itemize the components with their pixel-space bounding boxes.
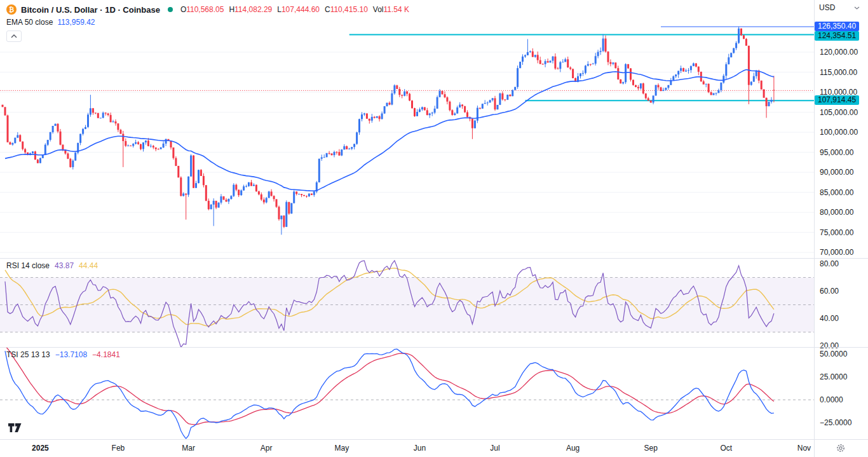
- rsi-tick-label: 40.00: [820, 314, 839, 323]
- low-value: 107,444.60: [281, 5, 320, 14]
- price-tick-label: 105,000.00: [820, 108, 858, 117]
- price-tick-label: 85,000.00: [820, 188, 853, 197]
- rsi-indicator-title[interactable]: RSI 14 close: [6, 261, 50, 270]
- price-tick-label: 70,000.00: [820, 248, 853, 257]
- rsi-legend: RSI 14 close 43.87 44.44: [6, 261, 98, 270]
- ohlc-values: O110,568.05 H114,082.29 L107,444.60 C110…: [180, 5, 409, 14]
- chevron-up-icon: [11, 34, 17, 38]
- pane-separator[interactable]: [0, 347, 868, 348]
- time-tick-label: Apr: [261, 439, 273, 457]
- rsi-ma-value: 44.44: [79, 261, 98, 270]
- rsi-tick-label: 60.00: [820, 287, 839, 296]
- currency-label: USD: [819, 3, 835, 12]
- high-value: 114,082.29: [234, 5, 272, 14]
- main-pane[interactable]: [0, 27, 814, 235]
- tsi-signal-line[interactable]: [5, 346, 774, 425]
- tsi-value: −13.7108: [55, 350, 87, 359]
- pane-separator[interactable]: [0, 258, 868, 259]
- price-tick-label: 90,000.00: [820, 168, 853, 177]
- price-scale[interactable]: USD 120,000.00115,000.00110,000.00105,00…: [814, 0, 868, 457]
- open-value: 110,568.05: [186, 5, 224, 14]
- price-tick-label: 115,000.00: [820, 68, 857, 77]
- time-tick-label: Oct: [720, 439, 732, 457]
- time-tick-label: Aug: [566, 439, 580, 457]
- tsi-tick-label: 0.0000: [820, 395, 843, 404]
- currency-selector[interactable]: USD: [819, 3, 860, 12]
- price-gridlines: [0, 52, 814, 252]
- tradingview-chart-app: ₿ Bitcoin / U.S. Dollar · 1D · Coinbase …: [0, 0, 868, 457]
- ema-indicator-title[interactable]: EMA 50 close: [6, 18, 53, 27]
- time-tick-label: 2025: [32, 439, 49, 457]
- rsi-tick-label: 80.00: [820, 259, 839, 268]
- price-tick-label: 75,000.00: [820, 228, 853, 237]
- tsi-signal-value: −4.1841: [92, 350, 120, 359]
- price-tick-label: 95,000.00: [820, 148, 853, 157]
- chart-canvas[interactable]: [0, 0, 868, 457]
- collapse-legend-button[interactable]: [6, 31, 22, 42]
- time-axis-separator: [0, 439, 868, 440]
- tsi-pane[interactable]: [0, 346, 814, 439]
- open-label: O: [180, 5, 186, 14]
- tsi-legend: TSI 25 13 13 −13.7108 −4.1841: [6, 350, 120, 359]
- close-label: C: [325, 5, 330, 14]
- rsi-pane[interactable]: [0, 261, 814, 348]
- tsi-indicator-title[interactable]: TSI 25 13 13: [6, 350, 50, 359]
- price-level-badge: 124,354.51: [815, 31, 859, 41]
- volume-label: Vol: [373, 5, 384, 14]
- price-tick-label: 120,000.00: [820, 48, 858, 57]
- low-label: L: [277, 5, 281, 14]
- candlestick-series[interactable]: [2, 27, 775, 235]
- ema-indicator-value: 113,959.42: [57, 18, 95, 27]
- time-tick-label: Jul: [490, 439, 499, 457]
- rsi-value: 43.87: [55, 261, 74, 270]
- settings-gear-icon[interactable]: [836, 444, 845, 455]
- time-tick-label: Jun: [414, 439, 426, 457]
- tsi-tick-label: 25.0000: [820, 372, 847, 381]
- time-tick-label: Sep: [644, 439, 658, 457]
- price-level-badge: 126,350.40: [815, 22, 859, 31]
- tsi-tick-label: −25.0000: [820, 418, 851, 427]
- chevron-down-icon: [854, 6, 860, 10]
- symbol-title[interactable]: Bitcoin / U.S. Dollar · 1D · Coinbase: [21, 5, 160, 15]
- high-label: H: [229, 5, 234, 14]
- market-status-dot[interactable]: [168, 7, 173, 12]
- tsi-tick-label: 50.0000: [820, 350, 847, 358]
- time-scale[interactable]: 2025FebMarAprMayJunJulAugSepOctNov: [0, 439, 814, 457]
- time-tick-label: Nov: [797, 439, 811, 457]
- tradingview-logo-icon: [8, 423, 22, 433]
- tradingview-logo[interactable]: [8, 423, 22, 435]
- time-tick-label: Feb: [112, 439, 125, 457]
- time-tick-label: Mar: [182, 439, 195, 457]
- main-legend: ₿ Bitcoin / U.S. Dollar · 1D · Coinbase …: [6, 4, 409, 42]
- price-tick-label: 80,000.00: [820, 208, 853, 217]
- price-tick-label: 100,000.00: [820, 128, 858, 137]
- close-value: 110,415.10: [330, 5, 368, 14]
- time-tick-label: May: [334, 439, 349, 457]
- tsi-line[interactable]: [5, 349, 774, 439]
- volume-value: 11.54 K: [384, 5, 409, 14]
- price-level-badge: 107,914.45: [815, 95, 859, 105]
- bitcoin-icon: ₿: [6, 4, 17, 15]
